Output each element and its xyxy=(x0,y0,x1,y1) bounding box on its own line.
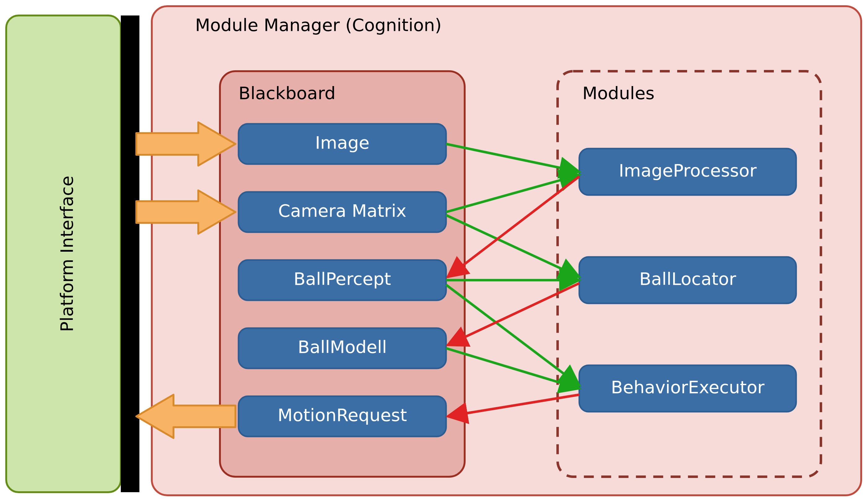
module-item: ImageProcessor xyxy=(579,149,796,195)
module-item: BehaviorExecutor xyxy=(579,365,796,412)
module-item-label: ImageProcessor xyxy=(619,160,757,181)
platform-interface-panel: Platform Interface xyxy=(6,15,121,492)
blackboard-label: Blackboard xyxy=(239,83,335,103)
module-item-label: BehaviorExecutor xyxy=(611,377,764,397)
module-item-label: BallLocator xyxy=(639,269,737,289)
modules-label: Modules xyxy=(582,83,655,103)
blackboard-item: Image xyxy=(239,124,446,164)
blackboard-item: BallPercept xyxy=(239,260,446,300)
blackboard-item: BallModell xyxy=(239,328,446,368)
blackboard-item: MotionRequest xyxy=(239,396,446,437)
blackboard-item-label: MotionRequest xyxy=(277,405,407,425)
separator-bar xyxy=(121,15,139,492)
platform-interface-label: Platform Interface xyxy=(57,176,77,332)
blackboard-item-label: Image xyxy=(315,133,369,153)
module-item: BallLocator xyxy=(579,257,796,303)
blackboard-item-label: BallPercept xyxy=(294,269,391,289)
blackboard-item: Camera Matrix xyxy=(239,192,446,232)
blackboard-item-label: Camera Matrix xyxy=(278,200,406,221)
blackboard-item-label: BallModell xyxy=(298,337,387,357)
module-manager-label: Module Manager (Cognition) xyxy=(195,15,442,35)
